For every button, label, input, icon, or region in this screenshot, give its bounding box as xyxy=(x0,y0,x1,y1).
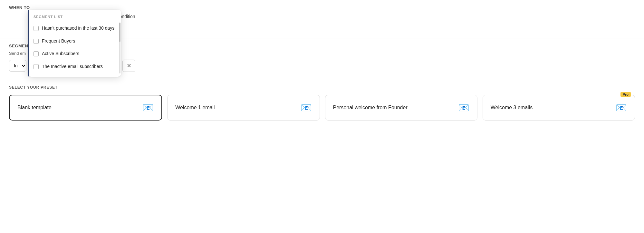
pro-badge: Pro xyxy=(620,92,631,97)
dropdown-scroll-thumb xyxy=(119,23,120,42)
dropdown-item-0[interactable]: Hasn't purchased in the last 30 days xyxy=(28,22,121,35)
preset-card-welcome1-label: Welcome 1 email xyxy=(175,105,215,111)
preset-card-welcome3[interactable]: Pro Welcome 3 emails 📧 xyxy=(483,95,635,121)
dropdown-checkbox-1[interactable] xyxy=(34,39,39,44)
dropdown-checkbox-0[interactable] xyxy=(34,26,39,31)
page-background: WHEN TO Conditions all conditions any co… xyxy=(0,0,644,233)
dropdown-item-label-0: Hasn't purchased in the last 30 days xyxy=(42,25,114,32)
preset-card-welcome3-icon: 📧 xyxy=(616,102,627,113)
segment-dropdown: SEGMENT LIST Hasn't purchased in the las… xyxy=(28,10,121,77)
preset-title: SELECT YOUR PRESET xyxy=(9,85,635,90)
dropdown-item-label-2: Active Subscribers xyxy=(42,51,79,57)
dropdown-item-2[interactable]: Active Subscribers xyxy=(28,47,121,60)
send-email-label: Send em xyxy=(9,51,26,56)
dropdown-blue-bar xyxy=(28,10,29,77)
when-to-row: WHEN TO xyxy=(9,5,635,10)
preset-card-welcome1[interactable]: Welcome 1 email 📧 xyxy=(167,95,320,121)
when-to-label: WHEN TO xyxy=(9,5,35,10)
preset-section: SELECT YOUR PRESET Blank template 📧 Welc… xyxy=(0,77,644,128)
preset-card-blank[interactable]: Blank template 📧 xyxy=(9,95,162,121)
dropdown-item-label-3: The Inactive email subscribers xyxy=(42,63,103,70)
preset-card-welcome1-icon: 📧 xyxy=(301,102,312,113)
dropdown-header: SEGMENT LIST xyxy=(28,14,121,22)
condition-row: Conditions all conditions any condition xyxy=(39,14,635,19)
preset-card-founder-icon: 📧 xyxy=(458,102,469,113)
preset-card-welcome3-label: Welcome 3 emails xyxy=(491,105,533,111)
cancel-icon: ✕ xyxy=(127,62,131,69)
preset-card-blank-label: Blank template xyxy=(17,105,52,111)
dropdown-scrollbar xyxy=(119,23,120,73)
in-select[interactable]: In xyxy=(9,60,26,72)
preset-card-blank-icon: 📧 xyxy=(142,102,154,113)
dropdown-item-3[interactable]: The Inactive email subscribers xyxy=(28,60,121,73)
cancel-button[interactable]: ✕ xyxy=(122,60,135,72)
preset-cards: Blank template 📧 Welcome 1 email 📧 Perso… xyxy=(9,95,635,121)
dropdown-checkbox-3[interactable] xyxy=(34,64,39,69)
dropdown-checkbox-2[interactable] xyxy=(34,51,39,56)
preset-card-founder-label: Personal welcome from Founder xyxy=(333,105,408,111)
dropdown-item-1[interactable]: Frequent Buyers xyxy=(28,35,121,48)
dropdown-item-label-1: Frequent Buyers xyxy=(42,38,75,44)
preset-card-founder[interactable]: Personal welcome from Founder 📧 xyxy=(325,95,477,121)
